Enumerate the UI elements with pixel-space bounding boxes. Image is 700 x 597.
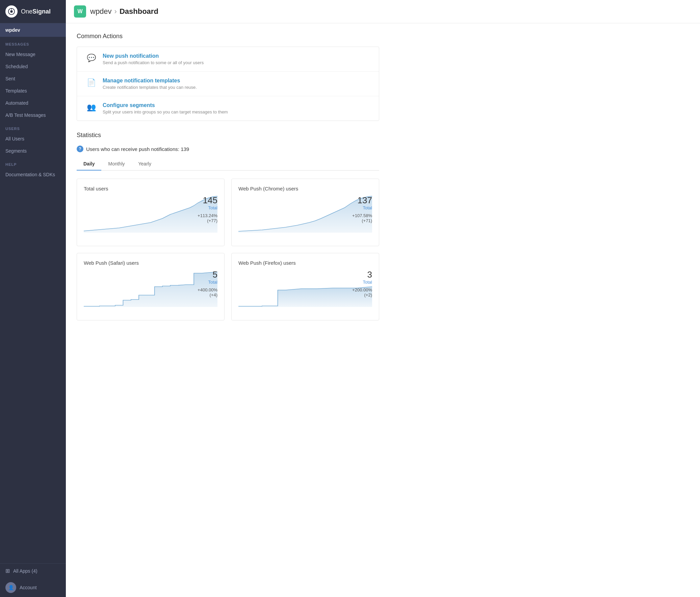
users-icon: 👥 [85,102,97,112]
chart-safari-users-title: Web Push (Safari) users [84,260,218,266]
account-button[interactable]: 👤 Account [0,578,66,597]
action-configure-segments-text: Configure segments Split your users into… [103,102,228,115]
statistics-section: Statistics ? Users who can receive push … [77,132,379,320]
action-manage-templates-desc: Create notification templates that you c… [103,85,197,90]
sidebar-item-scheduled[interactable]: Scheduled [0,60,66,73]
sidebar-section-messages: MESSAGES New Message Scheduled Sent Temp… [0,37,66,121]
sidebar-logo: OneSignal [0,0,66,23]
document-icon: 📄 [85,78,97,87]
statistics-title: Statistics [77,132,379,139]
chart-safari-users-stats: 5 Total +400.00% (+4) [198,270,218,298]
sidebar-item-new-message[interactable]: New Message [0,48,66,60]
grid-icon: ⊞ [5,568,10,574]
chart-firefox-users-title: Web Push (Firefox) users [239,260,372,266]
chart-chrome-users-label: Total [352,205,372,210]
content-area: Common Actions 💬 New push notification S… [66,23,390,330]
chart-total-users-label: Total [198,205,218,210]
main-content: W wpdev › Dashboard Common Actions 💬 New… [66,0,700,597]
breadcrumb-separator: › [115,7,117,16]
sidebar-item-sent[interactable]: Sent [0,73,66,85]
chart-chrome-users: Web Push (Chrome) users [231,179,379,246]
sidebar-item-docs[interactable]: Documentation & SDKs [0,169,66,181]
action-new-push-desc: Send a push notification to some or all … [103,60,204,65]
all-apps-button[interactable]: ⊞ All Apps (4) [0,564,66,578]
chart-firefox-users-stats: 3 Total +200.00% (+2) [352,270,372,298]
chart-total-users: Total users [77,179,225,246]
svg-point-1 [10,10,12,13]
action-new-push-text: New push notification Send a push notifi… [103,53,204,65]
action-manage-templates[interactable]: 📄 Manage notification templates Create n… [77,72,379,96]
action-configure-segments-desc: Split your users into groups so you can … [103,109,228,115]
charts-grid: Total users [77,179,379,320]
chart-firefox-users-area: 3 Total +200.00% (+2) [239,270,372,307]
help-section-label: HELP [0,157,66,169]
chart-chrome-users-total: 137 [352,196,372,205]
sidebar-item-segments[interactable]: Segments [0,145,66,157]
action-new-push[interactable]: 💬 New push notification Send a push noti… [77,47,379,72]
chart-safari-users-change: +400.00% [198,288,218,293]
chart-total-users-stats: 145 Total +113.24% (+77) [198,196,218,223]
logo-icon [5,5,18,18]
chart-chrome-users-stats: 137 Total +107.58% (+71) [352,196,372,223]
users-section-label: USERS [0,121,66,133]
chart-total-users-title: Total users [84,186,218,192]
action-manage-templates-title[interactable]: Manage notification templates [103,78,197,84]
sidebar-app-item[interactable]: wpdev [0,23,66,37]
chart-firefox-users-total: 3 [352,270,372,280]
chart-firefox-users: Web Push (Firefox) users [231,253,379,320]
chart-chrome-users-change: +107.58% [352,213,372,218]
users-count-label: Users who can receive push notifications… [86,146,189,152]
chart-chrome-users-title: Web Push (Chrome) users [239,186,372,192]
sidebar-item-templates[interactable]: Templates [0,85,66,97]
sidebar-item-automated[interactable]: Automated [0,97,66,109]
tab-monthly[interactable]: Monthly [101,158,131,171]
avatar: 👤 [5,582,16,593]
breadcrumb: wpdev › Dashboard [90,7,158,16]
chart-firefox-users-change: +200.00% [352,288,372,293]
info-icon: ? [77,146,83,152]
chart-total-users-change-sub: (+77) [198,218,218,223]
action-manage-templates-text: Manage notification templates Create not… [103,78,197,90]
account-label: Account [20,585,37,590]
chart-safari-users-area: 5 Total +400.00% (+4) [84,270,218,307]
action-configure-segments[interactable]: 👥 Configure segments Split your users in… [77,96,379,121]
tab-daily[interactable]: Daily [77,158,101,171]
action-new-push-title[interactable]: New push notification [103,53,204,59]
chart-chrome-users-change-sub: (+71) [352,218,372,223]
chart-safari-users: Web Push (Safari) users [77,253,225,320]
chart-safari-users-label: Total [198,280,218,285]
sidebar-bottom: ⊞ All Apps (4) 👤 Account [0,563,66,597]
action-configure-segments-title[interactable]: Configure segments [103,102,228,108]
logo-text: OneSignal [21,8,51,15]
app-badge: W [74,5,86,18]
common-actions-title: Common Actions [77,33,379,40]
chart-total-users-total: 145 [198,196,218,205]
chart-safari-users-total: 5 [198,270,218,280]
all-apps-label: All Apps (4) [13,568,38,574]
chart-total-users-change: +113.24% [198,213,218,218]
messages-section-label: MESSAGES [0,37,66,48]
tab-yearly[interactable]: Yearly [132,158,158,171]
breadcrumb-app-name: wpdev [90,7,112,16]
chart-total-users-area: 145 Total +113.24% (+77) [84,196,218,233]
chart-firefox-users-change-sub: (+2) [352,293,372,298]
stats-header: ? Users who can receive push notificatio… [77,146,379,152]
sidebar-section-help: HELP Documentation & SDKs [0,157,66,181]
chart-safari-users-change-sub: (+4) [198,293,218,298]
topbar: W wpdev › Dashboard [66,0,700,23]
sidebar-section-users: USERS All Users Segments [0,121,66,157]
sidebar-item-ab-test[interactable]: A/B Test Messages [0,109,66,121]
sidebar-item-all-users[interactable]: All Users [0,133,66,145]
chart-chrome-users-area: 137 Total +107.58% (+71) [239,196,372,233]
chat-bubble-icon: 💬 [85,53,97,63]
chart-firefox-users-label: Total [352,280,372,285]
stats-tabs: Daily Monthly Yearly [77,158,379,171]
common-actions-list: 💬 New push notification Send a push noti… [77,47,379,121]
page-title: Dashboard [120,7,158,16]
sidebar: OneSignal wpdev MESSAGES New Message Sch… [0,0,66,597]
